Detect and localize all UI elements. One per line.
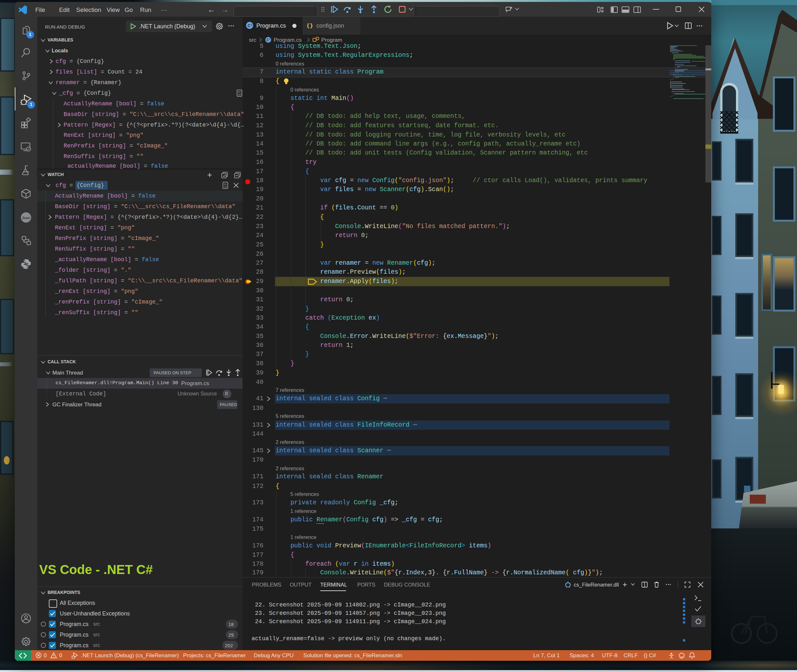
- svg-text:#: #: [251, 24, 253, 26]
- svg-text:#: #: [269, 38, 270, 40]
- svg-text:10: 10: [238, 93, 241, 96]
- svg-text:01: 01: [238, 91, 241, 93]
- svg-text:01: 01: [224, 183, 226, 186]
- svg-text:10: 10: [224, 186, 226, 188]
- svg-text:C: C: [267, 38, 269, 42]
- svg-text:Json: Json: [22, 216, 30, 220]
- svg-text:C: C: [248, 24, 251, 28]
